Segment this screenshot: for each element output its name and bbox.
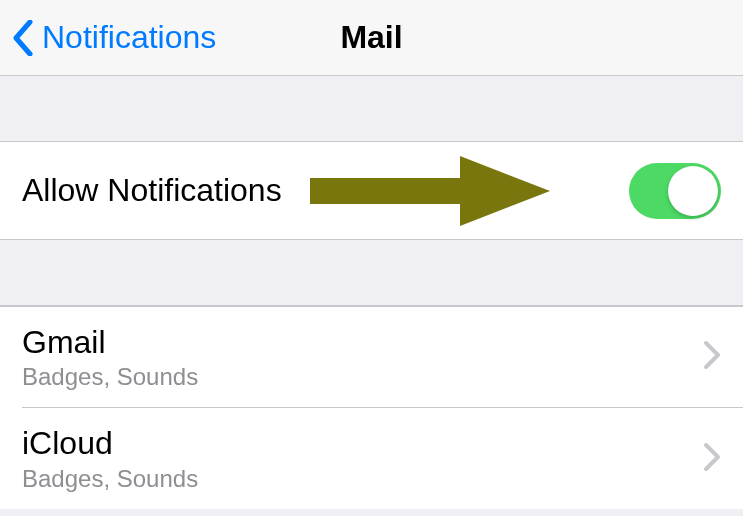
toggle-knob	[668, 166, 718, 216]
svg-marker-1	[460, 156, 550, 226]
account-text: iCloud Badges, Sounds	[22, 424, 198, 492]
svg-rect-0	[310, 178, 470, 204]
account-name: iCloud	[22, 424, 198, 462]
accounts-section: Gmail Badges, Sounds iCloud Badges, Soun…	[0, 306, 743, 509]
allow-notifications-row: Allow Notifications	[0, 142, 743, 240]
allow-notifications-toggle[interactable]	[629, 163, 721, 219]
back-button[interactable]: Notifications	[12, 19, 216, 56]
page-title: Mail	[340, 19, 402, 56]
account-row-icloud[interactable]: iCloud Badges, Sounds	[22, 407, 743, 508]
chevron-left-icon	[12, 20, 34, 56]
section-spacer	[0, 76, 743, 142]
back-label: Notifications	[42, 19, 216, 56]
account-detail: Badges, Sounds	[22, 465, 198, 493]
allow-notifications-label: Allow Notifications	[22, 172, 282, 209]
navigation-bar: Notifications Mail	[0, 0, 743, 76]
chevron-right-icon	[703, 340, 721, 374]
section-spacer	[0, 240, 743, 306]
chevron-right-icon	[703, 442, 721, 476]
annotation-arrow-icon	[310, 156, 550, 226]
account-name: Gmail	[22, 323, 198, 361]
account-text: Gmail Badges, Sounds	[22, 323, 198, 391]
account-row-gmail[interactable]: Gmail Badges, Sounds	[0, 307, 743, 407]
account-detail: Badges, Sounds	[22, 363, 198, 391]
